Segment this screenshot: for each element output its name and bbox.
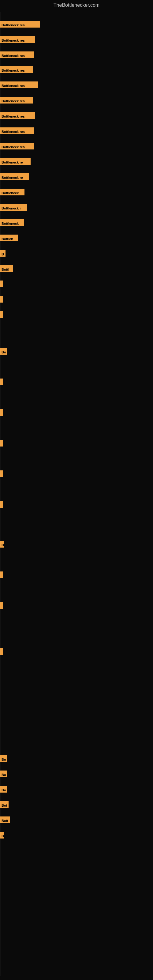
vertical-reference-line bbox=[1, 12, 1, 976]
bar-item: Bottleneck res bbox=[0, 97, 33, 103]
bar-label: Bottleneck res bbox=[0, 112, 35, 119]
bar-item: Bottleneck res bbox=[0, 51, 33, 58]
bar-label: Bottleneck res bbox=[0, 127, 34, 134]
bar-label: Bottlen bbox=[0, 235, 18, 241]
bar-label: Bottleneck re bbox=[0, 173, 29, 180]
bar-item: Bottlen bbox=[0, 235, 18, 241]
bar-label: Bottl bbox=[0, 265, 13, 272]
bar-item: Bottleneck r bbox=[0, 204, 27, 211]
bar-item: Bottleneck re bbox=[0, 158, 30, 165]
bar-item: Bottl bbox=[0, 265, 13, 272]
bar-label: Bottleneck bbox=[0, 219, 24, 226]
bar-label: Bot bbox=[0, 801, 9, 808]
bar-label: Bottleneck res bbox=[0, 66, 33, 73]
bar-item: Bottleneck res bbox=[0, 127, 34, 134]
bar-label: Bottleneck res bbox=[0, 36, 35, 43]
bar-item: Bottleneck bbox=[0, 219, 24, 226]
bar-item: Bottleneck res bbox=[0, 143, 33, 150]
bar-item: Bottleneck res bbox=[0, 21, 40, 27]
bar-label: Bott bbox=[0, 816, 10, 823]
bar-item: Bottleneck res bbox=[0, 66, 33, 73]
bar-item: Bott bbox=[0, 816, 10, 823]
bar-item: Bottleneck res bbox=[0, 36, 35, 43]
bar-label: Bottleneck res bbox=[0, 143, 33, 150]
bar-label: Bottleneck res bbox=[0, 97, 33, 103]
bar-item: Bottleneck bbox=[0, 189, 24, 196]
bar-item: Bottleneck re bbox=[0, 173, 29, 180]
bar-label: Bottleneck re bbox=[0, 158, 30, 165]
bar-item: Bottleneck res bbox=[0, 112, 35, 119]
bar-label: Bottleneck res bbox=[0, 81, 38, 88]
bar-item: Bottleneck res bbox=[0, 81, 38, 88]
bar-item: Bot bbox=[0, 801, 9, 808]
site-title: TheBottlenecker.com bbox=[0, 0, 153, 12]
bar-label: Bottleneck res bbox=[0, 21, 40, 27]
bar-label: Bottleneck r bbox=[0, 204, 27, 211]
bar-label: Bottleneck bbox=[0, 189, 24, 196]
bar-label: Bottleneck res bbox=[0, 51, 33, 58]
